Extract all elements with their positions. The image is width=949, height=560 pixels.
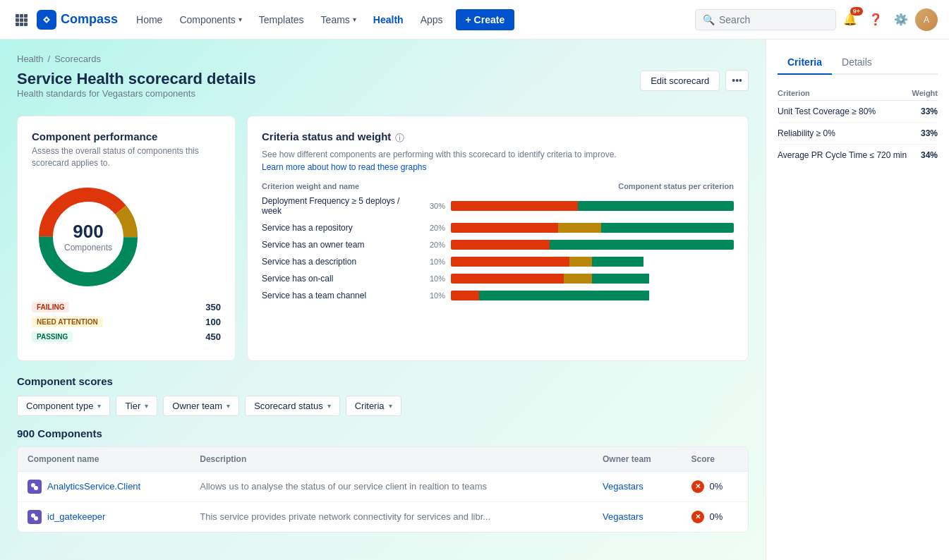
tier-filter[interactable]: Tier ▾: [116, 396, 157, 416]
bar-track: [451, 223, 734, 233]
settings-button[interactable]: ⚙️: [890, 8, 912, 31]
content-area: Health / Scorecards Service Health score…: [0, 39, 766, 560]
component-link[interactable]: id_gatekeeper: [28, 510, 180, 524]
bar-row: Service has a description10%: [262, 257, 734, 267]
nav-components[interactable]: Components ▾: [172, 10, 248, 30]
criteria-desc: See how different components are perform…: [262, 148, 734, 174]
breadcrumb: Health / Scorecards: [17, 54, 749, 64]
components-table: Component name Description Owner team Sc…: [17, 446, 749, 532]
attention-count: 100: [205, 317, 221, 327]
col-score: Score: [682, 447, 748, 472]
bar-pct: 30%: [423, 202, 445, 210]
criterion-weight: 33%: [911, 123, 938, 145]
component-type-filter[interactable]: Component type ▾: [17, 396, 110, 416]
criteria-col-criterion: Criterion: [778, 86, 911, 101]
header-actions: Edit scorecard •••: [640, 70, 749, 91]
search-box[interactable]: 🔍 Search: [695, 9, 836, 30]
search-placeholder: Search: [719, 14, 750, 25]
notification-badge: 9+: [850, 7, 863, 16]
logo-icon: [37, 10, 56, 30]
svg-point-15: [34, 516, 38, 521]
description-cell: Allows us to analyse the status of our s…: [190, 471, 593, 501]
more-options-button[interactable]: •••: [725, 70, 749, 91]
breadcrumb-health[interactable]: Health: [17, 54, 44, 64]
components-count: 900 Components: [17, 427, 749, 439]
criterion-label: Unit Test Coverage ≥ 80%: [778, 101, 911, 123]
tab-details[interactable]: Details: [832, 51, 882, 75]
bar-track: [451, 291, 734, 300]
bar-label: Deployment Frequency ≥ 5 deploys / week: [262, 196, 417, 216]
score-fail-icon: ✕: [691, 511, 704, 523]
bar-track: [451, 274, 734, 284]
bar-label: Service has a repository: [262, 223, 417, 233]
score-container: ✕ 0%: [691, 511, 738, 523]
info-icon: ⓘ: [395, 132, 404, 145]
bar-row: Service has a team channel10%: [262, 291, 734, 300]
bar-pct: 10%: [423, 291, 445, 300]
notifications-button[interactable]: 🔔 9+: [839, 8, 862, 31]
criteria-row: Unit Test Coverage ≥ 80% 33%: [778, 101, 938, 123]
criteria-chevron-icon: ▾: [389, 402, 392, 410]
svg-rect-5: [24, 18, 28, 22]
team-link[interactable]: Vegastars: [603, 481, 643, 492]
svg-rect-1: [20, 14, 23, 18]
panel-tabs: Criteria Details: [778, 51, 938, 75]
nav-templates[interactable]: Templates: [252, 10, 311, 30]
right-panel: Criteria Details Criterion Weight Unit T…: [766, 39, 949, 560]
section-title: Component scores: [17, 375, 749, 387]
component-name: AnalyticsService.Client: [47, 481, 140, 492]
nav-home[interactable]: Home: [129, 10, 169, 30]
edit-scorecard-button[interactable]: Edit scorecard: [640, 71, 720, 91]
table-body: AnalyticsService.Client Allows us to ana…: [18, 471, 748, 532]
cards-row: Component performance Assess the overall…: [17, 116, 749, 361]
criteria-detail-table: Criterion Weight Unit Test Coverage ≥ 80…: [778, 86, 938, 166]
chart-header: Criterion weight and name Component stat…: [262, 182, 734, 190]
passing-badge: PASSING: [32, 331, 73, 342]
bar-label: Service has a description: [262, 257, 417, 267]
component-name: id_gatekeeper: [47, 511, 105, 522]
tab-criteria[interactable]: Criteria: [778, 51, 832, 75]
table-row: AnalyticsService.Client Allows us to ana…: [18, 471, 748, 501]
chart-col-left: Criterion weight and name: [262, 182, 359, 190]
create-button[interactable]: + Create: [456, 9, 515, 30]
help-button[interactable]: ❓: [864, 8, 887, 31]
criteria-link[interactable]: Learn more about how to read these graph…: [262, 162, 426, 172]
legend: FAILING 350 NEED ATTENTION 100 PASSING 4…: [32, 302, 221, 342]
logo[interactable]: Compass: [37, 10, 118, 30]
performance-card: Component performance Assess the overall…: [17, 116, 236, 361]
owner-team-filter[interactable]: Owner team ▾: [163, 396, 239, 416]
component-icon: [28, 480, 42, 494]
team-link[interactable]: Vegastars: [603, 511, 643, 522]
donut-chart: 900 Components: [32, 181, 145, 293]
main-wrapper: Health / Scorecards Service Health score…: [0, 39, 949, 560]
criteria-title: Criteria status and weight: [262, 130, 391, 142]
bars-container: Deployment Frequency ≥ 5 deploys / week3…: [262, 196, 734, 300]
performance-subtitle: Assess the overall status of components …: [32, 145, 221, 169]
component-icon: [28, 510, 42, 524]
breadcrumb-current: Scorecards: [54, 54, 101, 64]
teams-chevron-icon: ▾: [353, 16, 356, 23]
nav-teams[interactable]: Teams ▾: [314, 10, 363, 30]
nav-health[interactable]: Health: [366, 10, 411, 30]
component-link[interactable]: AnalyticsService.Client: [28, 480, 180, 494]
owner-team-chevron-icon: ▾: [226, 402, 230, 410]
bar-row: Service has a repository20%: [262, 223, 734, 233]
criterion-weight: 33%: [911, 101, 938, 123]
component-name-cell: id_gatekeeper: [18, 501, 190, 532]
svg-rect-8: [24, 23, 28, 26]
svg-rect-6: [16, 23, 19, 26]
criteria-filter[interactable]: Criteria ▾: [346, 396, 401, 416]
chart-col-right: Component status per criterion: [618, 182, 734, 190]
bar-row: Service has on-call10%: [262, 274, 734, 284]
description-text: Allows us to analyse the status of our s…: [200, 481, 487, 492]
bar-label: Service has an owner team: [262, 240, 417, 250]
avatar[interactable]: A: [915, 8, 938, 31]
description-cell: This service provides private network co…: [190, 501, 593, 532]
col-description: Description: [190, 447, 593, 472]
owner-team-cell: Vegastars: [593, 501, 681, 532]
grid-icon[interactable]: [11, 10, 31, 30]
nav-apps[interactable]: Apps: [413, 10, 450, 30]
legend-passing: PASSING 450: [32, 331, 221, 342]
scorecard-status-filter[interactable]: Scorecard status ▾: [245, 396, 340, 416]
component-type-chevron-icon: ▾: [97, 402, 101, 410]
